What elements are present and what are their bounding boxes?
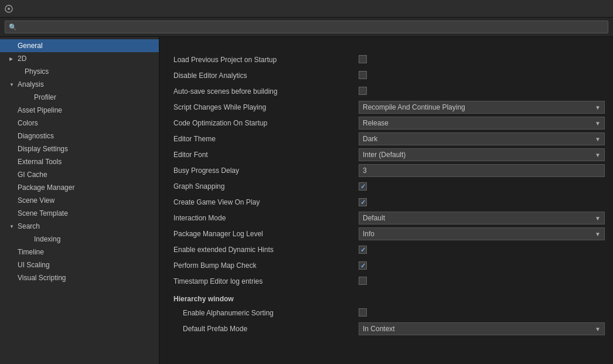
content-panel: Load Previous Project on StartupDisable … xyxy=(159,37,613,364)
sidebar-item-scene-view[interactable]: Scene View xyxy=(0,194,159,207)
dropdown-default-prefab-mode[interactable]: In Context▼ xyxy=(359,322,605,335)
dropdown-value-interaction-mode: Default xyxy=(363,214,385,222)
sidebar-item-analysis[interactable]: ▼Analysis xyxy=(0,78,159,91)
sidebar-item-scene-template[interactable]: Scene Template xyxy=(0,207,159,220)
pref-value-disable-analytics xyxy=(359,71,601,81)
sidebar-item-label: Colors xyxy=(18,119,38,127)
sidebar-item-profiler[interactable]: Profiler xyxy=(0,91,159,104)
chevron-down-icon: ▼ xyxy=(595,215,601,222)
pref-row-interaction-mode: Interaction ModeDefault▼ xyxy=(171,210,601,226)
pref-row-editor-font: Editor FontInter (Default)▼ xyxy=(171,147,601,162)
pref-label-code-optimization: Code Optimization On Startup xyxy=(171,119,359,127)
pref-row-enable-dynamic-hints: Enable extended Dynamic Hints xyxy=(171,242,601,257)
sidebar-item-label: Scene Template xyxy=(18,209,68,217)
sidebar-item-external-tools[interactable]: External Tools xyxy=(0,155,159,168)
pref-label-package-manager-log: Package Manager Log Level xyxy=(171,230,359,238)
triangle-icon: ▼ xyxy=(9,82,16,87)
search-wrapper[interactable]: 🔍 xyxy=(5,21,608,33)
dropdown-package-manager-log[interactable]: Info▼ xyxy=(359,227,605,240)
sidebar-item-visual-scripting[interactable]: Visual Scripting xyxy=(0,271,159,284)
sidebar-item-diagnostics[interactable]: Diagnostics xyxy=(0,130,159,142)
triangle-icon: ▼ xyxy=(9,224,16,229)
sidebar-item-timeline[interactable]: Timeline xyxy=(0,246,159,258)
dropdown-editor-font[interactable]: Inter (Default)▼ xyxy=(359,148,605,161)
dropdown-script-changes[interactable]: Recompile And Continue Playing▼ xyxy=(359,101,605,114)
pref-row-code-optimization: Code Optimization On StartupRelease▼ xyxy=(171,115,601,131)
pref-label-editor-font: Editor Font xyxy=(171,151,359,159)
dropdown-value-script-changes: Recompile And Continue Playing xyxy=(363,103,465,111)
dropdown-value-default-prefab-mode: In Context xyxy=(363,325,395,333)
sidebar-item-label: Physics xyxy=(25,67,49,76)
pref-label-load-prev-project: Load Previous Project on Startup xyxy=(171,56,359,64)
pref-value-busy-progress-delay: 3 xyxy=(359,164,605,177)
pref-value-editor-font: Inter (Default)▼ xyxy=(359,148,605,161)
pref-row-default-prefab-mode: Default Prefab ModeIn Context▼ xyxy=(171,321,601,336)
sidebar-item-search[interactable]: ▼Search xyxy=(0,220,159,233)
restore-button[interactable] xyxy=(585,4,595,14)
more-button[interactable] xyxy=(572,4,583,14)
sidebar-item-display-settings[interactable]: Display Settings xyxy=(0,142,159,155)
pref-row-disable-analytics: Disable Editor Analytics xyxy=(171,68,601,83)
close-button[interactable] xyxy=(598,4,608,14)
pref-label-perform-bump-map: Perform Bump Map Check xyxy=(171,261,359,270)
pref-value-enable-dynamic-hints xyxy=(359,246,601,254)
pref-label-interaction-mode: Interaction Mode xyxy=(171,214,359,222)
dropdown-code-optimization[interactable]: Release▼ xyxy=(359,117,605,130)
pref-label-timestamp-editor-log: Timestamp Editor log entries xyxy=(171,277,359,285)
sidebar-item-physics[interactable]: Physics xyxy=(0,65,159,78)
dropdown-value-editor-font: Inter (Default) xyxy=(363,151,406,159)
checkbox-disable-analytics[interactable] xyxy=(359,71,367,79)
checkbox-create-game-view[interactable] xyxy=(359,198,367,206)
sidebar-item-label: Diagnostics xyxy=(18,132,54,140)
search-icon: 🔍 xyxy=(9,23,17,31)
chevron-down-icon: ▼ xyxy=(595,104,601,111)
sidebar-item-general[interactable]: General xyxy=(0,39,159,52)
pref-row-timestamp-editor-log: Timestamp Editor log entries xyxy=(171,274,601,289)
checkbox-perform-bump-map[interactable] xyxy=(359,261,367,270)
pref-row-perform-bump-map: Perform Bump Map Check xyxy=(171,258,601,273)
sidebar-item-label: Analysis xyxy=(18,80,44,89)
checkbox-load-prev-project[interactable] xyxy=(359,55,367,63)
main-layout: General▶2DPhysics▼AnalysisProfilerAsset … xyxy=(0,37,613,364)
sidebar-item-gi-cache[interactable]: GI Cache xyxy=(0,168,159,181)
sidebar-item-label: 2D xyxy=(18,55,26,63)
sidebar-item-ui-scaling[interactable]: UI Scaling xyxy=(0,258,159,271)
sidebar-item-label: Visual Scripting xyxy=(18,274,66,282)
title-bar xyxy=(0,0,613,18)
dropdown-editor-theme[interactable]: Dark▼ xyxy=(359,132,605,145)
pref-label-default-prefab-mode: Default Prefab Mode xyxy=(171,325,359,333)
pref-row-auto-save-scenes: Auto-save scenes before building xyxy=(171,84,601,99)
pref-label-graph-snapping: Graph Snapping xyxy=(171,182,359,190)
dropdown-interaction-mode[interactable]: Default▼ xyxy=(359,212,605,224)
chevron-down-icon: ▼ xyxy=(595,136,601,142)
pref-value-graph-snapping xyxy=(359,182,601,191)
app-icon xyxy=(5,5,13,13)
sidebar-item-indexing[interactable]: Indexing xyxy=(0,233,159,246)
sidebar-item-colors[interactable]: Colors xyxy=(0,117,159,130)
pref-value-create-game-view xyxy=(359,198,601,207)
chevron-down-icon: ▼ xyxy=(595,120,601,127)
checkbox-auto-save-scenes[interactable] xyxy=(359,87,367,95)
sidebar-item-2d[interactable]: ▶2D xyxy=(0,52,159,65)
sidebar-item-package-manager[interactable]: Package Manager xyxy=(0,181,159,194)
pref-value-editor-theme: Dark▼ xyxy=(359,132,605,145)
checkbox-enable-alphanumeric[interactable] xyxy=(359,308,367,317)
sidebar-item-label: Package Manager xyxy=(18,183,74,192)
pref-label-busy-progress-delay: Busy Progress Delay xyxy=(171,166,359,175)
chevron-down-icon: ▼ xyxy=(595,231,601,237)
checkbox-enable-dynamic-hints[interactable] xyxy=(359,246,367,254)
search-input[interactable] xyxy=(19,23,604,30)
sidebar-item-label: Display Settings xyxy=(18,145,68,153)
checkbox-graph-snapping[interactable] xyxy=(359,182,367,190)
sidebar-item-label: Profiler xyxy=(34,93,56,101)
chevron-down-icon: ▼ xyxy=(595,326,601,332)
pref-value-interaction-mode: Default▼ xyxy=(359,212,605,224)
pref-label-editor-theme: Editor Theme xyxy=(171,135,359,143)
pref-label-auto-save-scenes: Auto-save scenes before building xyxy=(171,87,359,96)
sidebar-item-asset-pipeline[interactable]: Asset Pipeline xyxy=(0,104,159,117)
text-value-busy-progress-delay[interactable]: 3 xyxy=(359,164,605,177)
pref-value-package-manager-log: Info▼ xyxy=(359,227,605,240)
sidebar-item-label: General xyxy=(18,42,43,50)
pref-value-code-optimization: Release▼ xyxy=(359,117,605,130)
checkbox-timestamp-editor-log[interactable] xyxy=(359,277,367,285)
